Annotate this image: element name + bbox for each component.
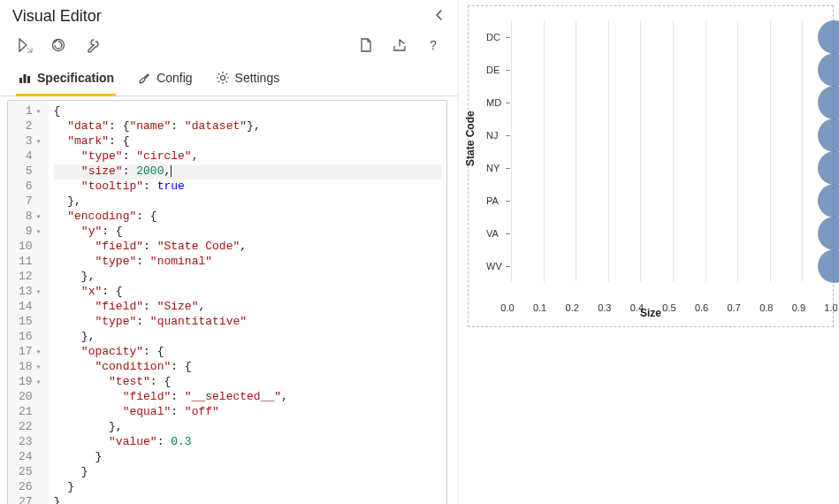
gear-icon <box>216 71 230 85</box>
y-tick: WV <box>486 261 502 271</box>
data-point[interactable] <box>818 86 839 119</box>
y-tick: VA <box>486 228 499 239</box>
tab-config[interactable]: Config <box>135 64 194 96</box>
y-tick: NY <box>486 163 500 173</box>
panel-title: Visual Editor <box>12 7 102 26</box>
svg-point-5 <box>220 76 225 80</box>
tab-spec[interactable]: Specification <box>16 64 116 96</box>
y-tick: DE <box>486 65 500 75</box>
svg-rect-4 <box>27 76 30 83</box>
data-point[interactable] <box>818 217 839 250</box>
svg-rect-3 <box>24 74 27 83</box>
tabs: SpecificationConfigSettings <box>0 63 458 96</box>
help-button[interactable]: ? <box>424 36 442 54</box>
tab-settings[interactable]: Settings <box>214 64 282 96</box>
run-button[interactable] <box>16 36 34 54</box>
data-point[interactable] <box>818 20 839 54</box>
y-tick: PA <box>486 195 499 206</box>
export-button[interactable] <box>391 36 408 54</box>
data-point[interactable] <box>818 249 839 283</box>
code-body[interactable]: { "data": {"name": "dataset"}, "mark": {… <box>49 101 446 504</box>
y-tick: MD <box>486 97 501 108</box>
tab-label: Specification <box>37 71 114 85</box>
y-axis-label: State Code <box>464 111 477 166</box>
data-point[interactable] <box>818 151 839 185</box>
data-point[interactable] <box>818 118 839 152</box>
code-editor[interactable]: 1▾23▾45678▾9▾10111213▾14151617▾18▾19▾202… <box>7 100 447 504</box>
x-axis-label: Size <box>469 307 833 319</box>
brush-icon <box>137 71 151 85</box>
collapse-panel-button[interactable] <box>433 9 446 24</box>
y-tick: NJ <box>486 130 498 141</box>
data-point[interactable] <box>818 184 839 218</box>
svg-rect-2 <box>19 78 22 83</box>
data-point[interactable] <box>818 53 839 87</box>
preview-chart: State Code DCDEMDNJNYPAVAWV 0.00.10.20.3… <box>468 5 834 327</box>
new-spec-button[interactable] <box>357 36 375 54</box>
bar-chart-icon <box>18 71 32 85</box>
fix-button[interactable] <box>83 36 101 54</box>
refresh-button[interactable] <box>50 36 67 54</box>
line-gutter: 1▾23▾45678▾9▾10111213▾14151617▾18▾19▾202… <box>8 101 49 504</box>
y-tick: DC <box>486 32 500 42</box>
tab-label: Settings <box>235 71 280 85</box>
tab-label: Config <box>156 71 192 85</box>
svg-text:?: ? <box>430 38 437 52</box>
